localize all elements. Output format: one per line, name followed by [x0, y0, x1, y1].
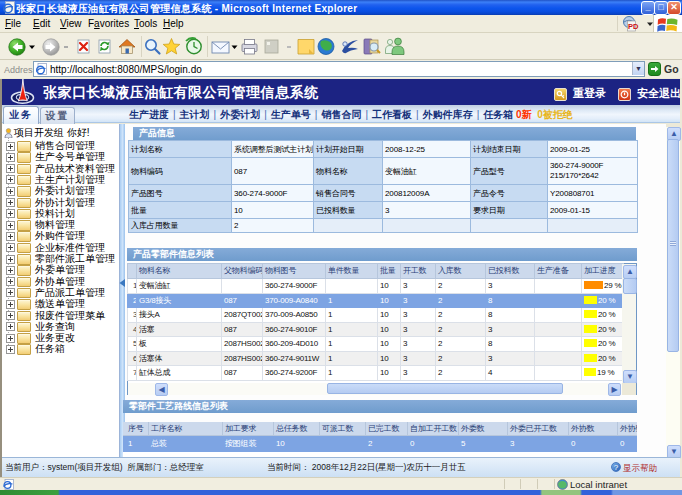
svg-text:PD: PD	[628, 22, 639, 31]
